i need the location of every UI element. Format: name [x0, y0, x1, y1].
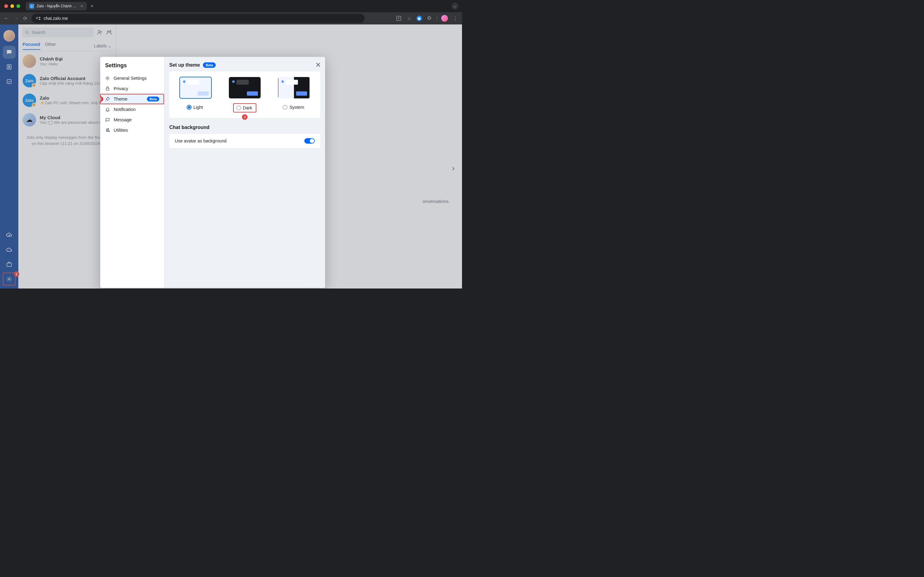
window-minimize-button[interactable] — [10, 4, 14, 8]
gear-icon — [105, 76, 111, 81]
install-app-icon[interactable] — [396, 15, 402, 21]
chat-bg-option: Use avatar as background — [169, 134, 320, 148]
tab-title: Zalo - Nguyễn Chánh Đại — [37, 4, 78, 8]
svg-rect-1 — [36, 18, 38, 19]
beta-badge: Beta — [147, 97, 159, 102]
theme-picker-card: Light Dark 3 — [169, 71, 320, 118]
close-modal-button[interactable]: ✕ — [316, 61, 321, 69]
bell-icon — [105, 107, 111, 112]
zalo-favicon: z — [29, 4, 34, 8]
radio-selected-icon — [187, 105, 192, 110]
svg-point-14 — [107, 77, 108, 79]
beta-badge: Beta — [203, 62, 216, 68]
address-bar[interactable]: chat.zalo.me — [31, 14, 365, 23]
theme-preview-light — [180, 77, 211, 98]
chat-bg-option-label: Use avatar as background — [175, 139, 226, 143]
svg-rect-3 — [39, 19, 40, 20]
avatar-bg-toggle[interactable] — [304, 138, 315, 143]
extensions-icon[interactable] — [426, 15, 432, 21]
settings-nav-notification[interactable]: Notification — [100, 104, 164, 114]
svg-rect-0 — [36, 17, 38, 18]
svg-point-16 — [108, 129, 109, 130]
chat-bg-title: Chat background — [169, 125, 320, 130]
annotation-badge-2: 2 — [100, 96, 103, 102]
theme-option-dark[interactable]: Dark 3 — [229, 77, 261, 113]
theme-option-light[interactable]: Light — [180, 77, 211, 113]
sliders-icon — [105, 128, 111, 133]
window-traffic-lights — [4, 4, 20, 8]
window-close-button[interactable] — [4, 4, 8, 8]
tab-overflow-icon[interactable]: ⌄ — [452, 3, 458, 10]
settings-nav-message[interactable]: Message — [100, 114, 164, 125]
svg-rect-15 — [106, 88, 109, 90]
radio-unselected-icon — [236, 105, 241, 110]
settings-title: Settings — [100, 62, 164, 73]
theme-section-title: Set up theme — [169, 62, 200, 68]
reload-button[interactable]: ⟳ — [23, 16, 27, 21]
settings-content: Set up theme Beta Light — [164, 57, 325, 288]
forward-button[interactable]: → — [13, 15, 19, 22]
settings-sidebar: Settings General Settings Privacy 2 — [100, 57, 164, 288]
onepassword-icon[interactable]: ◉ — [417, 16, 422, 21]
theme-preview-system — [278, 77, 310, 98]
browser-extensions: ☆ ◉ ⋮ — [396, 15, 458, 22]
back-button[interactable]: ← — [4, 15, 9, 22]
zalo-app: 1 Search Focused — [0, 24, 462, 288]
theme-preview-dark — [229, 77, 261, 98]
new-tab-button[interactable]: + — [90, 3, 94, 10]
lock-icon — [105, 86, 111, 91]
settings-nav-privacy[interactable]: Privacy — [100, 84, 164, 94]
settings-nav-utilities[interactable]: Utilities — [100, 125, 164, 135]
svg-rect-2 — [39, 17, 40, 18]
bookmark-star-icon[interactable]: ☆ — [406, 15, 412, 21]
browser-toolbar: ← → ⟳ chat.zalo.me ☆ ◉ ⋮ — [0, 12, 462, 24]
window-maximize-button[interactable] — [16, 4, 20, 8]
message-icon — [105, 118, 111, 122]
brush-icon — [105, 97, 111, 102]
url-text: chat.zalo.me — [44, 16, 68, 21]
profile-avatar-icon[interactable] — [441, 15, 448, 22]
settings-nav-general[interactable]: General Settings — [100, 73, 164, 84]
svg-point-17 — [107, 130, 108, 131]
browser-tab[interactable]: z Zalo - Nguyễn Chánh Đại × — [26, 2, 87, 10]
svg-point-18 — [109, 131, 110, 132]
site-info-icon[interactable] — [36, 16, 41, 21]
close-tab-icon[interactable]: × — [80, 4, 83, 8]
annotation-badge-3: 3 — [242, 114, 248, 120]
settings-modal: ✕ Settings General Settings Privacy — [100, 57, 325, 288]
browser-tabbar: z Zalo - Nguyễn Chánh Đại × + ⌄ — [0, 0, 462, 12]
radio-unselected-icon — [283, 105, 288, 110]
settings-nav-theme[interactable]: 2 Theme Beta — [100, 94, 164, 104]
theme-option-system[interactable]: System — [278, 77, 310, 113]
browser-menu-icon[interactable]: ⋮ — [452, 15, 458, 21]
